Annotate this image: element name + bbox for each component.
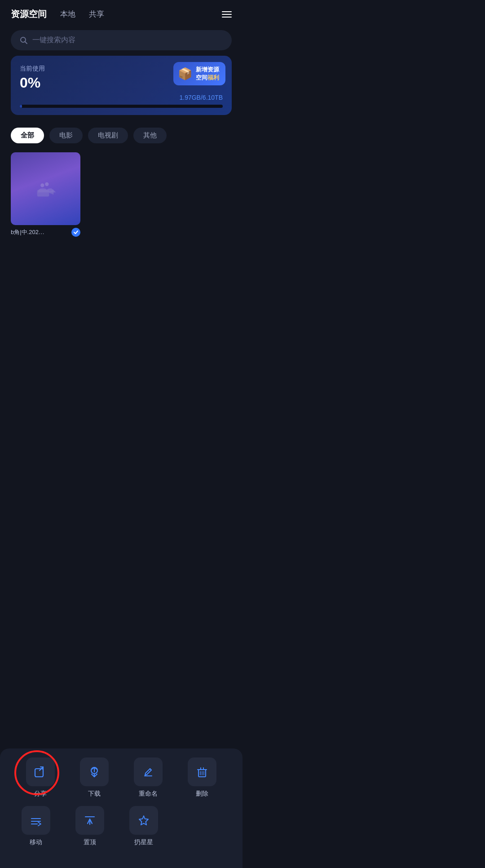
item-check-badge — [71, 228, 80, 237]
tab-local[interactable]: 本地 — [60, 9, 75, 19]
promo-icon: 📦 — [178, 67, 192, 81]
item-footer: b角|中.202… — [11, 228, 80, 237]
list-item[interactable]: b角|中.202… — [11, 152, 80, 237]
item-thumbnail — [11, 152, 80, 225]
header-nav: 资源空间 本地 共享 — [11, 8, 104, 20]
search-icon — [20, 36, 28, 44]
search-bar[interactable]: 一键搜索内容 — [11, 30, 232, 50]
svg-rect-4 — [37, 190, 49, 197]
category-tabs: 全部 电影 电视剧 其他 — [0, 120, 242, 148]
content-grid: b角|中.202… — [0, 148, 242, 241]
cat-tab-all[interactable]: 全部 — [11, 128, 44, 143]
tab-share[interactable]: 共享 — [89, 9, 104, 19]
storage-bar — [20, 105, 223, 108]
item-name: b角|中.202… — [11, 228, 69, 236]
cat-tab-movie[interactable]: 电影 — [49, 128, 83, 143]
storage-card: 当前使用 0% 📦 新增资源 空间福利 1.97GB/6.10TB — [11, 56, 232, 115]
cat-tab-other[interactable]: 其他 — [133, 128, 167, 143]
promo-badge[interactable]: 📦 新增资源 空间福利 — [173, 62, 225, 85]
menu-icon[interactable] — [222, 11, 232, 18]
cat-tab-tv[interactable]: 电视剧 — [88, 128, 128, 143]
search-placeholder: 一键搜索内容 — [32, 35, 75, 45]
header: 资源空间 本地 共享 — [0, 0, 242, 25]
svg-point-2 — [40, 184, 44, 187]
header-title: 资源空间 — [11, 8, 47, 20]
storage-bar-fill — [20, 105, 22, 108]
storage-size: 1.97GB/6.10TB — [20, 94, 223, 101]
video-camera-icon — [34, 177, 57, 200]
promo-text: 新增资源 空间福利 — [196, 66, 219, 82]
svg-line-1 — [25, 41, 27, 44]
svg-point-3 — [45, 182, 48, 186]
